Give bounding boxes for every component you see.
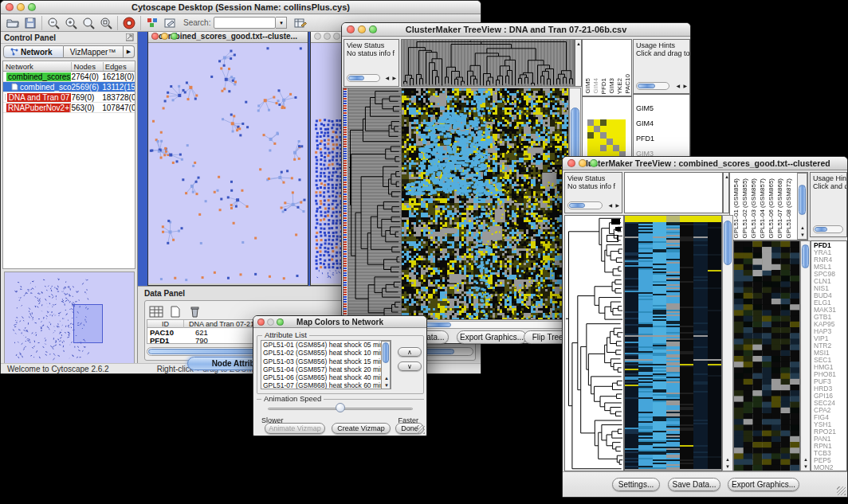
open-file-icon[interactable]: [4, 15, 22, 31]
main-titlebar[interactable]: Cytoscape Desktop (Session Name: collins…: [1, 1, 481, 14]
network-row-3[interactable]: DNA and Tran 07 769(0) 183728(0): [3, 92, 135, 103]
close-icon[interactable]: [347, 25, 355, 33]
move-down-button[interactable]: ∨: [398, 361, 422, 371]
attribute-item[interactable]: GPL51-07 (GSM868) heat shock 60 min: [261, 381, 391, 389]
control-panel: Control Panel Network VizMapper™ ▶ Netwo…: [1, 32, 138, 365]
zoom-out-icon[interactable]: [45, 15, 62, 31]
vizmapper-icon[interactable]: [143, 15, 161, 31]
close-icon[interactable]: [567, 159, 575, 167]
network-table-header[interactable]: Network Nodes Edges: [3, 61, 135, 72]
network-view-canvas[interactable]: [148, 43, 308, 283]
move-up-button[interactable]: ∧: [398, 347, 422, 357]
arrow-up-icon[interactable]: ▲: [384, 375, 389, 381]
network-row-2-selected[interactable]: combined_sco 2569(6) 13112(15): [3, 82, 135, 92]
zoom-icon[interactable]: [369, 25, 377, 33]
minimize-icon[interactable]: [17, 3, 25, 11]
attribute-item[interactable]: GPL51-01 (GSM854) heat shock 05 min: [261, 341, 391, 349]
help-lifering-icon[interactable]: [120, 15, 138, 31]
zoom-icon[interactable]: [171, 33, 178, 40]
attribute-list[interactable]: GPL51-01 (GSM854) heat shock 05 min GPL5…: [261, 340, 391, 389]
minimize-icon[interactable]: [579, 159, 587, 167]
annotation-icon[interactable]: [161, 15, 179, 31]
arrow-up-icon[interactable]: ▲: [803, 456, 808, 463]
tv2-heatmap[interactable]: [624, 215, 722, 471]
zoom-icon[interactable]: [28, 3, 36, 11]
treeview1-titlebar[interactable]: ClusterMaker TreeView : DNA and Tran 07-…: [342, 23, 690, 37]
network-nodes: 2764(0): [71, 72, 102, 81]
animate-vizmap-button[interactable]: Animate Vizmap: [265, 423, 325, 434]
tv1-dendro-scroll-strip[interactable]: ▲: [575, 39, 582, 87]
delete-attribute-icon[interactable]: [186, 303, 203, 319]
tab-network[interactable]: Network: [3, 45, 64, 58]
search-input[interactable]: [214, 17, 276, 29]
usage-hints-scrollbar[interactable]: [636, 82, 669, 90]
arrow-right-icon[interactable]: ▶: [683, 83, 687, 89]
close-icon[interactable]: [6, 3, 14, 11]
attribute-item[interactable]: GPL51-04 (GSM857) heat shock 20 min: [261, 365, 391, 373]
arrow-left-icon[interactable]: ◀: [676, 83, 680, 89]
arrow-left-icon[interactable]: ◀: [385, 75, 389, 81]
tv2-column-dendrogram-area[interactable]: [624, 172, 723, 213]
settings-button[interactable]: Settings...: [612, 478, 660, 491]
close-icon[interactable]: [257, 318, 265, 326]
view-status-scrollbar[interactable]: [347, 74, 380, 82]
arrow-right-icon[interactable]: ▶: [392, 75, 396, 81]
usage-hints-scrollbar[interactable]: [813, 225, 843, 233]
attribute-item[interactable]: GPL51-06 (GSM865) heat shock 40 min: [261, 373, 391, 381]
arrow-down-icon[interactable]: ▼: [725, 463, 730, 470]
zoom-fit-icon[interactable]: [80, 15, 97, 31]
float-panel-icon[interactable]: [126, 30, 134, 45]
minimize-icon[interactable]: [267, 318, 274, 326]
close-icon[interactable]: [314, 33, 321, 40]
resize-grip[interactable]: [837, 486, 846, 495]
zoom-icon[interactable]: [590, 159, 598, 167]
birdseye-view[interactable]: [4, 272, 135, 364]
tv2-vertical-scrollbar[interactable]: ▲ ▼: [722, 215, 733, 471]
arrow-left-icon[interactable]: ◀: [608, 202, 612, 209]
arrow-up-icon[interactable]: ▲: [725, 456, 730, 463]
arrow-down-icon[interactable]: ▼: [384, 382, 389, 389]
new-attribute-icon[interactable]: [167, 303, 184, 319]
resize-grip[interactable]: [416, 425, 425, 434]
dialog-titlebar[interactable]: Map Colors to Network: [253, 316, 426, 328]
arrow-down-icon[interactable]: ▼: [803, 463, 808, 470]
arrow-right-icon[interactable]: ▶: [615, 202, 619, 209]
zoom-icon[interactable]: [333, 33, 340, 40]
tv1-row-dendrogram[interactable]: [347, 88, 402, 320]
tab-vizmapper[interactable]: VizMapper™: [64, 45, 124, 58]
save-data-button[interactable]: Save Data...: [668, 478, 720, 491]
tv2-labels-scrollbar[interactable]: ▲ ▼: [797, 173, 807, 240]
tv1-heatmap[interactable]: [401, 88, 569, 320]
minimize-icon[interactable]: [358, 25, 366, 33]
network-window1-titlebar[interactable]: combined_scores_good.txt--cluste...: [148, 32, 308, 43]
save-icon[interactable]: [22, 15, 39, 31]
zoom-selected-icon[interactable]: [97, 15, 115, 31]
create-vizmap-button[interactable]: Create Vizmap: [332, 423, 391, 434]
network-row-1[interactable]: combined_scores 2764(0) 16218(0): [3, 72, 135, 82]
tv1-column-dendrogram[interactable]: [401, 39, 575, 87]
attribute-table-icon[interactable]: [147, 303, 165, 319]
zoom-icon[interactable]: [277, 318, 284, 326]
tv2-secondary-heatmap[interactable]: [733, 240, 800, 471]
table-edit-icon[interactable]: [292, 15, 309, 31]
attribute-item[interactable]: GPL51-03 (GSM856) heat shock 15 min: [261, 357, 391, 365]
search-dropdown-icon[interactable]: ▾: [276, 17, 287, 29]
speed-slider-thumb[interactable]: [336, 403, 345, 412]
attribute-item[interactable]: GPL51-02 (GSM855) heat shock 10 min: [261, 349, 391, 357]
arrow-up-icon[interactable]: ▲: [800, 225, 805, 231]
network-row-4[interactable]: RNAPuberNov2+| 563(0) 107847(0): [3, 103, 135, 113]
export-graphics-button[interactable]: Export Graphics...: [457, 330, 527, 344]
arrow-down-icon[interactable]: ▼: [800, 232, 805, 238]
close-icon[interactable]: [151, 33, 159, 40]
minimize-icon[interactable]: [324, 33, 331, 40]
minimize-icon[interactable]: [161, 33, 168, 40]
tv2-row-dendrogram[interactable]: [564, 215, 624, 471]
tab-overflow-button[interactable]: ▶: [124, 45, 135, 58]
tv2-dendro-scroll-strip[interactable]: ▲: [723, 172, 729, 213]
treeview2-titlebar[interactable]: ClusterMaker TreeView : combined_scores_…: [563, 157, 847, 170]
attribute-list-scrollbar[interactable]: ▲ ▼: [381, 341, 391, 389]
tv2-secondary-scrollbar[interactable]: ▲ ▼: [800, 240, 811, 471]
export-graphics-button[interactable]: Export Graphics...: [728, 478, 799, 491]
view-status-scrollbar[interactable]: [567, 201, 603, 209]
zoom-in-icon[interactable]: [62, 15, 80, 31]
